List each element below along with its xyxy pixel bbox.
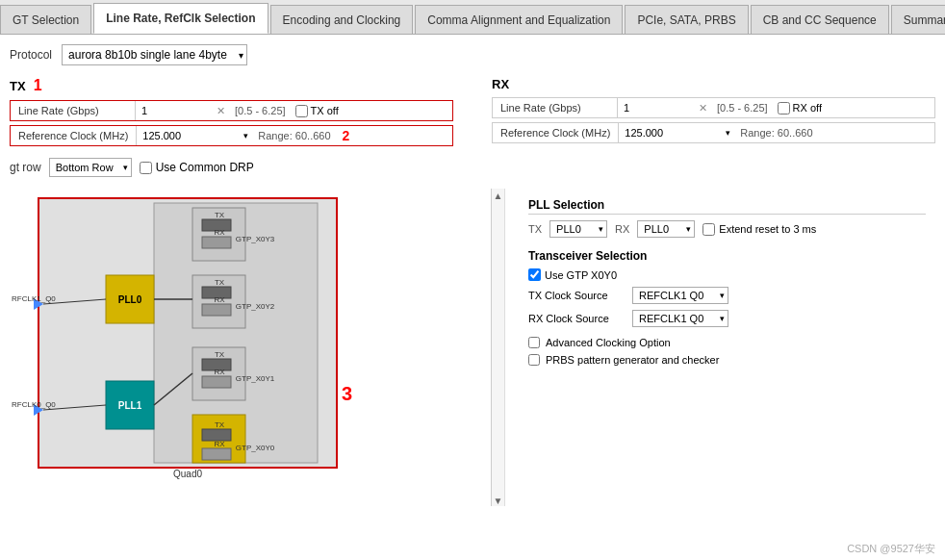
tx-refclock-select-wrapper: 125.000 xyxy=(137,127,252,144)
tx-off-checkbox[interactable] xyxy=(295,105,308,117)
svg-text:RFCLK1_Q0: RFCLK1_Q0 xyxy=(12,294,56,303)
pll-tx-label: TX xyxy=(528,223,542,235)
diagram-panel: TX RX GTP_X0Y3 TX RX GTP_X0Y2 TX RX GTP_… xyxy=(10,189,491,506)
tx-line-rate-input[interactable] xyxy=(136,101,213,120)
rx-refclock-select-wrapper: 125.000 xyxy=(619,124,734,141)
rx-line-rate-input[interactable] xyxy=(618,98,695,117)
rx-label: RX xyxy=(492,77,509,91)
scroll-up[interactable]: ▲ xyxy=(494,191,503,201)
main-content: Protocol aurora 8b10b single lane 4byte … xyxy=(0,35,945,560)
diagram-svg: TX RX GTP_X0Y3 TX RX GTP_X0Y2 TX RX GTP_… xyxy=(10,189,375,487)
tx-clock-select[interactable]: REFCLK1 Q0 xyxy=(632,287,728,304)
extend-label: Extend reset to 3 ms xyxy=(719,223,816,235)
svg-text:TX: TX xyxy=(215,211,225,219)
svg-text:RX: RX xyxy=(214,228,225,237)
tx-clock-label: TX Clock Source xyxy=(528,290,625,301)
tx-label: TX xyxy=(10,79,26,93)
tab-comma[interactable]: Comma Alignment and Equalization xyxy=(415,5,623,34)
tab-line-rate[interactable]: Line Rate, RefClk Selection xyxy=(93,3,268,34)
rx-refclock-range: Range: 60..660 xyxy=(734,127,818,139)
svg-text:Quad0: Quad0 xyxy=(173,469,202,479)
tabs-bar: GT Selection Line Rate, RefClk Selection… xyxy=(0,0,945,35)
rx-clock-select-wrapper: REFCLK1 Q0 xyxy=(632,310,728,327)
watermark: CSDN @9527华安 xyxy=(847,542,935,556)
rx-line-rate-range: [0.5 - 6.25] xyxy=(711,102,774,114)
gt-select-wrapper: Bottom Row xyxy=(49,158,132,177)
protocol-select[interactable]: aurora 8b10b single lane 4byte xyxy=(62,44,247,65)
tab-gt-selection[interactable]: GT Selection xyxy=(0,5,91,34)
rx-off-label[interactable]: RX off xyxy=(778,102,822,115)
right-area: ▲ ▼ PLL Selection TX PLL0 RX xyxy=(491,189,935,506)
tx-refclock-row: Reference Clock (MHz) 125.000 Range: 60.… xyxy=(10,125,453,146)
tx-off-label[interactable]: TX off xyxy=(295,105,339,117)
pll-section: PLL Selection TX PLL0 RX PLL0 xyxy=(528,198,926,238)
protocol-label: Protocol xyxy=(10,48,52,62)
svg-text:RFCLK0_Q0: RFCLK0_Q0 xyxy=(12,400,56,409)
svg-rect-6 xyxy=(202,237,231,248)
pll-tx-select-wrapper: PLL0 xyxy=(549,220,607,238)
pll-rx-select[interactable]: PLL0 xyxy=(637,220,695,238)
rx-line-rate-label: Line Rate (Gbps) xyxy=(493,98,618,117)
drp-checkbox-label[interactable]: Use Common DRP xyxy=(140,161,254,174)
rx-header: RX xyxy=(492,77,935,91)
tab-cb-cc[interactable]: CB and CC Sequence xyxy=(751,5,889,34)
pll-tx-select[interactable]: PLL0 xyxy=(549,220,607,238)
svg-text:GTP_X0Y0: GTP_X0Y0 xyxy=(236,444,275,452)
transceiver-title: Transceiver Selection xyxy=(528,249,926,263)
tx-refclock-number: 2 xyxy=(343,128,350,143)
pll-row: TX PLL0 RX PLL0 xyxy=(528,220,926,238)
svg-text:TX: TX xyxy=(215,278,225,287)
tab-encoding[interactable]: Encoding and Clocking xyxy=(270,5,414,34)
tab-pcie[interactable]: PCIe, SATA, PRBS xyxy=(625,5,748,34)
svg-rect-24 xyxy=(202,448,231,460)
protocol-row: Protocol aurora 8b10b single lane 4byte xyxy=(10,44,935,65)
bottom-panels: TX RX GTP_X0Y3 TX RX GTP_X0Y2 TX RX GTP_… xyxy=(10,189,935,506)
option-label-0: Advanced Clocking Option xyxy=(546,337,671,348)
scroll-down[interactable]: ▼ xyxy=(494,496,503,506)
tab-summary[interactable]: Summary xyxy=(891,5,945,34)
option-row-1: PRBS pattern generator and checker xyxy=(528,354,926,366)
tx-line-rate-clear[interactable]: ✕ xyxy=(213,105,229,117)
svg-rect-18 xyxy=(202,376,231,388)
extend-checkbox[interactable] xyxy=(702,223,715,236)
option-checkbox-0[interactable] xyxy=(528,337,540,348)
rx-clock-row: RX Clock Source REFCLK1 Q0 xyxy=(528,310,926,327)
extend-checkbox-label[interactable]: Extend reset to 3 ms xyxy=(702,223,816,236)
tx-refclock-label: Reference Clock (MHz) xyxy=(11,126,137,145)
tx-line-rate-row: Line Rate (Gbps) ✕ [0.5 - 6.25] TX off xyxy=(10,100,453,121)
option-label-1: PRBS pattern generator and checker xyxy=(546,354,719,366)
use-gtp-checkbox[interactable] xyxy=(528,268,541,281)
rx-clock-label: RX Clock Source xyxy=(528,313,625,324)
rx-refclock-select[interactable]: 125.000 xyxy=(619,124,734,141)
gt-row: gt row Bottom Row Use Common DRP xyxy=(10,158,935,177)
options-section: Advanced Clocking Option PRBS pattern ge… xyxy=(528,337,926,366)
rx-off-checkbox[interactable] xyxy=(778,102,790,115)
gt-row-label: gt row xyxy=(10,161,41,174)
protocol-select-wrapper: aurora 8b10b single lane 4byte xyxy=(62,44,247,65)
pll-rx-select-wrapper: PLL0 xyxy=(637,220,695,238)
svg-text:RX: RX xyxy=(214,440,225,448)
tx-refclock-range: Range: 60..660 xyxy=(252,130,336,141)
tx-header: TX 1 xyxy=(10,77,453,94)
tx-refclock-select[interactable]: 125.000 xyxy=(137,127,252,144)
svg-text:GTP_X0Y3: GTP_X0Y3 xyxy=(236,235,275,243)
gt-select[interactable]: Bottom Row xyxy=(49,158,132,177)
svg-text:PLL1: PLL1 xyxy=(118,400,142,411)
use-gtp-row: Use GTP X0Y0 xyxy=(528,268,926,281)
svg-text:3: 3 xyxy=(342,383,352,404)
option-checkbox-1[interactable] xyxy=(528,354,540,366)
drp-checkbox[interactable] xyxy=(140,162,152,174)
tx-line-rate-range: [0.5 - 6.25] xyxy=(229,105,292,116)
tx-section: TX 1 Line Rate (Gbps) ✕ [0.5 - 6.25] TX … xyxy=(10,77,453,150)
rx-refclock-row: Reference Clock (MHz) 125.000 Range: 60.… xyxy=(492,122,935,143)
svg-text:PLL0: PLL0 xyxy=(118,294,142,305)
use-gtp-label[interactable]: Use GTP X0Y0 xyxy=(528,268,617,281)
rx-clock-select[interactable]: REFCLK1 Q0 xyxy=(632,310,728,327)
pll-title: PLL Selection xyxy=(528,198,926,215)
rx-line-rate-clear[interactable]: ✕ xyxy=(695,102,711,115)
drp-label: Use Common DRP xyxy=(156,161,254,174)
tx-clock-row: TX Clock Source REFCLK1 Q0 xyxy=(528,287,926,304)
svg-text:TX: TX xyxy=(215,350,225,359)
right-content: PLL Selection TX PLL0 RX PLL0 xyxy=(519,189,935,506)
rx-refclock-label: Reference Clock (MHz) xyxy=(493,123,619,142)
